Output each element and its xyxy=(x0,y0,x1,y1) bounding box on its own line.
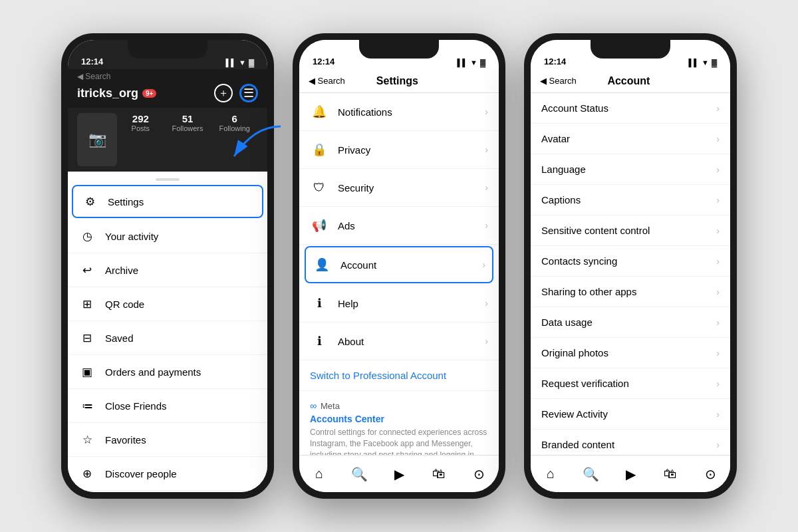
chevron-icon-a4: › xyxy=(716,195,720,205)
shop-nav-button-3[interactable]: 🛍 xyxy=(658,462,682,486)
chevron-icon-a7: › xyxy=(716,287,720,297)
shop-nav-button[interactable]: 🛍 xyxy=(427,462,451,486)
wifi-icon-2: ▼ xyxy=(470,59,477,66)
account-icon: 👤 xyxy=(313,255,331,274)
search-nav-button[interactable]: 🔍 xyxy=(347,462,371,486)
status-icons-2: ▌▌ ▼ ▓ xyxy=(457,59,485,66)
account-language[interactable]: Language › xyxy=(531,154,730,185)
settings-privacy[interactable]: 🔒 Privacy › xyxy=(299,131,499,169)
menu-item-favorites[interactable]: ☆ Favorites xyxy=(68,423,267,457)
qr-icon: ⊞ xyxy=(78,295,96,313)
account-data-usage[interactable]: Data usage › xyxy=(531,307,730,338)
menu-item-saved[interactable]: ⊟ Saved xyxy=(68,321,267,355)
phone-2: 12:14 ▌▌ ▼ ▓ ◀ Search Settings 🔔 Notific… xyxy=(293,33,505,499)
phone-screen-3: 12:14 ▌▌ ▼ ▓ ◀ Search Account Account St… xyxy=(531,40,730,492)
chevron-icon: › xyxy=(485,106,488,117)
ads-icon: 📢 xyxy=(310,216,329,235)
chevron-icon-a11: › xyxy=(716,409,720,420)
account-avatar[interactable]: Avatar › xyxy=(531,124,730,154)
menu-item-covid[interactable]: ◎ COVID-19 Information Center xyxy=(68,491,267,492)
profile-nav-button-3[interactable]: ⊙ xyxy=(698,462,722,486)
wifi-icon: ▼ xyxy=(239,59,246,66)
bottom-nav-2: ⌂ 🔍 ▶ 🛍 ⊙ xyxy=(299,455,499,492)
account-request-verification[interactable]: Request verification › xyxy=(531,368,730,399)
chevron-icon-a2: › xyxy=(716,134,720,144)
status-time-2: 12:14 xyxy=(313,57,334,66)
chevron-icon-2: › xyxy=(485,144,488,155)
privacy-icon: 🔒 xyxy=(310,140,329,159)
favorites-icon: ☆ xyxy=(78,431,96,448)
status-time-1: 12:14 xyxy=(81,57,103,66)
account-sensitive[interactable]: Sensitive content control › xyxy=(531,215,730,246)
settings-security[interactable]: 🛡 Security › xyxy=(299,169,499,207)
account-review-activity[interactable]: Review Activity › xyxy=(531,399,730,430)
menu-item-discover[interactable]: ⊕ Discover people xyxy=(68,457,267,491)
account-status[interactable]: Account Status › xyxy=(531,93,730,124)
accounts-center-link[interactable]: Accounts Center xyxy=(310,414,488,424)
battery-icon-2: ▓ xyxy=(480,59,485,66)
archive-icon: ↩ xyxy=(78,261,96,279)
add-post-button[interactable]: ＋ xyxy=(214,84,233,102)
chevron-icon-6: › xyxy=(485,298,488,309)
meta-logo: ∞ Meta xyxy=(310,400,488,411)
hamburger-menu-button[interactable]: ☰ xyxy=(239,84,258,102)
chevron-icon-5: › xyxy=(482,259,485,270)
account-contacts[interactable]: Contacts syncing › xyxy=(531,246,730,277)
account-sharing[interactable]: Sharing to other apps › xyxy=(531,277,730,307)
account-captions[interactable]: Captions › xyxy=(531,185,730,215)
chevron-icon-a5: › xyxy=(716,225,720,236)
status-icons-1: ▌▌ ▼ ▓ xyxy=(225,59,254,66)
settings-nav-bar: ◀ Search Settings xyxy=(299,69,499,93)
reels-nav-button-3[interactable]: ▶ xyxy=(618,462,642,486)
battery-icon-3: ▓ xyxy=(712,59,717,66)
orders-icon: ▣ xyxy=(78,363,96,380)
security-icon: 🛡 xyxy=(310,178,329,197)
profile-nav-button[interactable]: ⊙ xyxy=(467,462,491,486)
home-nav-button-3[interactable]: ⌂ xyxy=(539,462,563,486)
meta-description: Control settings for connected experienc… xyxy=(310,427,488,455)
search-nav-button-3[interactable]: 🔍 xyxy=(579,462,602,486)
chevron-icon-a8: › xyxy=(716,317,720,328)
discover-icon: ⊕ xyxy=(78,465,96,482)
chevron-icon-3: › xyxy=(485,182,488,193)
notch-2 xyxy=(359,40,439,59)
settings-help[interactable]: ℹ Help › xyxy=(299,285,499,323)
reels-nav-button[interactable]: ▶ xyxy=(387,462,411,486)
menu-item-archive[interactable]: ↩ Archive xyxy=(68,253,267,287)
switch-professional-link[interactable]: Switch to Professional Account xyxy=(299,360,499,390)
signal-icon-3: ▌▌ xyxy=(688,59,699,66)
bottom-nav-3: ⌂ 🔍 ▶ 🛍 ⊙ xyxy=(531,455,730,492)
menu-item-orders[interactable]: ▣ Orders and payments xyxy=(68,355,267,389)
settings-list: 🔔 Notifications › 🔒 Privacy › 🛡 Security… xyxy=(299,93,499,455)
account-back-button[interactable]: ◀ Search xyxy=(540,76,577,86)
settings-notifications[interactable]: 🔔 Notifications › xyxy=(299,93,499,131)
chevron-icon-4: › xyxy=(485,220,488,231)
slide-menu: ⚙ Settings ◷ Your activity ↩ Archive ⊞ Q… xyxy=(68,174,267,492)
posts-stat: 292 Posts xyxy=(117,113,164,166)
saved-icon: ⊟ xyxy=(78,329,96,346)
account-original-photos[interactable]: Original photos › xyxy=(531,338,730,368)
home-nav-button[interactable]: ⌂ xyxy=(307,462,331,486)
menu-item-activity[interactable]: ◷ Your activity xyxy=(68,219,267,253)
phone-screen-2: 12:14 ▌▌ ▼ ▓ ◀ Search Settings 🔔 Notific… xyxy=(299,40,499,492)
menu-item-settings[interactable]: ⚙ Settings xyxy=(72,185,263,218)
phone-1: 12:14 ▌▌ ▼ ▓ ◀ Search itricks_org 9+ ＋ xyxy=(61,33,274,499)
chevron-icon-7: › xyxy=(485,336,488,346)
phone-screen-1: 12:14 ▌▌ ▼ ▓ ◀ Search itricks_org 9+ ＋ xyxy=(68,40,267,492)
settings-account[interactable]: 👤 Account › xyxy=(305,246,493,283)
signal-icon-2: ▌▌ xyxy=(457,59,467,66)
phone-3: 12:14 ▌▌ ▼ ▓ ◀ Search Account Account St… xyxy=(524,33,737,499)
profile-photo: 📷 xyxy=(77,113,117,166)
search-bar[interactable]: ◀ Search xyxy=(77,72,258,81)
settings-back-button[interactable]: ◀ Search xyxy=(309,76,345,86)
menu-item-close-friends[interactable]: ≔ Close Friends xyxy=(68,389,267,423)
account-branded-content[interactable]: Branded content › xyxy=(531,430,730,455)
settings-ads[interactable]: 📢 Ads › xyxy=(299,207,499,245)
profile-username-row: itricks_org 9+ ＋ ☰ xyxy=(77,84,258,102)
menu-item-qr[interactable]: ⊞ QR code xyxy=(68,287,267,321)
settings-about[interactable]: ℹ About › xyxy=(299,323,499,360)
chevron-icon-a10: › xyxy=(716,378,720,389)
chevron-icon-a12: › xyxy=(716,440,720,450)
settings-icon: ⚙ xyxy=(81,193,98,210)
chevron-icon-a6: › xyxy=(716,256,720,267)
